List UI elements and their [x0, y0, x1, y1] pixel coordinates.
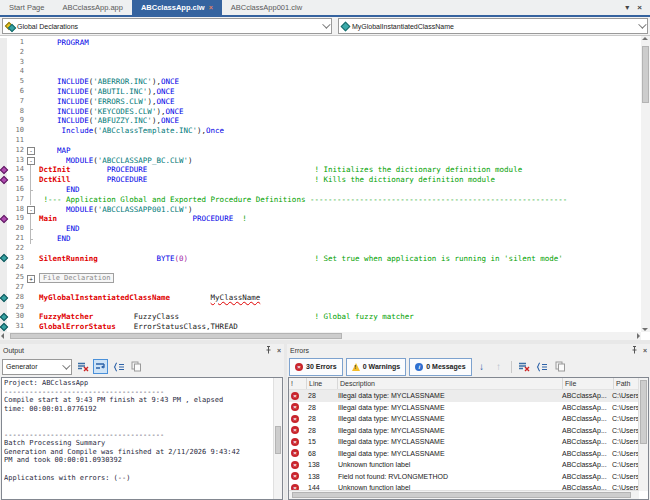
- tab-abcclassapp-app[interactable]: ABCclassApp.app: [53, 0, 131, 15]
- tab-bar-close-icon[interactable]: ×: [637, 3, 642, 12]
- column-header-line[interactable]: Line: [307, 378, 338, 389]
- code-line[interactable]: 16 END: [0, 185, 641, 195]
- column-header-path[interactable]: Path: [614, 378, 639, 389]
- scrollbar-thumb[interactable]: [640, 380, 647, 444]
- column-header-file[interactable]: File: [563, 378, 614, 389]
- errors-list[interactable]: !LineDescriptionFilePath ×28Illegal data…: [288, 377, 649, 500]
- scrollbar-thumb[interactable]: [292, 492, 631, 498]
- errors-horizontal-scrollbar[interactable]: [289, 490, 639, 499]
- copy-errors-button[interactable]: [553, 359, 568, 374]
- code-line[interactable]: 3: [0, 58, 641, 68]
- errors-filter-button[interactable]: × 30 Errors: [289, 358, 343, 376]
- output-vertical-scrollbar[interactable]: [273, 378, 282, 499]
- code-editor[interactable]: 1 PROGRAM2345 INCLUDE('ABERROR.INC'),ONC…: [0, 35, 650, 340]
- section-combobox[interactable]: Global Declarations: [2, 18, 332, 34]
- code-line[interactable]: 27: [0, 283, 641, 293]
- code-line[interactable]: 12- MAP: [0, 146, 641, 156]
- code-line[interactable]: 28MyGlobalInstantiatedClassName MyClassN…: [0, 293, 641, 303]
- code-line[interactable]: 30FuzzyMatcher FuzzyClass ! Global fuzzy…: [0, 312, 641, 322]
- warnings-filter-button[interactable]: 0 Warnings: [346, 358, 406, 376]
- error-row[interactable]: ×138Unknown function labelABCclassAp...C…: [289, 459, 639, 471]
- scrollbar-thumb[interactable]: [275, 426, 281, 454]
- error-row[interactable]: ×68Illegal data type: MYCLASSNAMEABCclas…: [289, 448, 639, 460]
- code-line[interactable]: 6 INCLUDE('ABUTIL.INC'),ONCE: [0, 87, 641, 97]
- scroll-down-icon[interactable]: [642, 328, 648, 331]
- messages-filter-button[interactable]: i 0 Messages: [409, 358, 471, 376]
- member-combobox[interactable]: MyGlobalInstantiatedClassName: [338, 18, 648, 34]
- scroll-left-icon[interactable]: [1, 333, 4, 339]
- scroll-right-icon[interactable]: [637, 333, 640, 339]
- marker-gutter: [0, 136, 7, 146]
- code-line[interactable]: 23SilentRunning BYTE(0) ! Set true when …: [0, 254, 641, 264]
- pin-icon[interactable]: [631, 346, 638, 354]
- tab-abcclassapp001-clw[interactable]: ABCclassApp001.clw: [222, 0, 311, 15]
- fold-gutter: [26, 165, 35, 175]
- code-line[interactable]: 22: [0, 244, 641, 254]
- next-error-button[interactable]: ↓: [475, 361, 489, 372]
- output-console[interactable]: Project: ABCclassApp--------------------…: [1, 377, 283, 500]
- code-line[interactable]: 10 Include('ABCclassTemplate.INC'),Once: [0, 126, 641, 136]
- code-line[interactable]: 1 PROGRAM: [0, 38, 641, 48]
- column-header-[interactable]: !: [289, 378, 307, 389]
- tab-abcclassapp-clw[interactable]: ABCclassApp.clw×: [132, 0, 222, 15]
- error-line-cell: 28: [306, 425, 336, 437]
- error-row[interactable]: ×15Illegal data type: MYCLASSNAMEABCclas…: [289, 436, 639, 448]
- fold-toggle-icon[interactable]: -: [27, 206, 35, 214]
- chevron-down-icon[interactable]: [322, 20, 330, 28]
- errors-table-header[interactable]: !LineDescriptionFilePath: [289, 378, 639, 390]
- scrollbar-thumb[interactable]: [642, 46, 649, 103]
- error-row[interactable]: ×28Illegal data type: MYCLASSNAMEABCclas…: [289, 425, 639, 437]
- tab-close-icon[interactable]: ×: [209, 0, 213, 15]
- code-line[interactable]: 7 INCLUDE('ERRORS.CLW'),ONCE: [0, 97, 641, 107]
- code-text: [35, 283, 641, 293]
- errors-list-button[interactable]: [535, 359, 550, 374]
- editor-horizontal-scrollbar[interactable]: [0, 332, 641, 340]
- tab-list-dropdown-icon[interactable]: ▾: [625, 3, 629, 12]
- code-line[interactable]: 15DctKill PROCEDURE ! Kills the dictiona…: [0, 175, 641, 185]
- column-header-description[interactable]: Description: [338, 378, 563, 389]
- error-row[interactable]: ×138Field not found: RVLONGMETHODABCclas…: [289, 471, 639, 483]
- toggle-wordwrap-button[interactable]: [93, 359, 108, 374]
- code-line[interactable]: 11: [0, 136, 641, 146]
- output-source-combobox[interactable]: Generator: [2, 359, 72, 375]
- error-row[interactable]: ×28Illegal data type: MYCLASSNAMEABCclas…: [289, 413, 639, 425]
- code-line[interactable]: 18- MODULE('ABCCLASSAPP001.CLW'): [0, 205, 641, 215]
- output-list-button[interactable]: [111, 359, 126, 374]
- close-icon[interactable]: ×: [643, 347, 647, 354]
- code-line[interactable]: 13- MODULE('ABCCLASSAPP_BC.CLW'): [0, 156, 641, 166]
- scroll-up-icon[interactable]: [642, 37, 648, 40]
- clear-output-button[interactable]: [75, 359, 90, 374]
- error-row[interactable]: ×28Illegal data type: MYCLASSNAMEABCclas…: [289, 402, 639, 414]
- previous-error-button[interactable]: ↑: [492, 361, 506, 372]
- code-text: DctInit PROCEDURE ! Initializes the dict…: [35, 165, 641, 175]
- code-line[interactable]: 21 END: [0, 234, 641, 244]
- code-line[interactable]: 29: [0, 303, 641, 313]
- pin-icon[interactable]: [265, 346, 272, 354]
- marker-gutter: [0, 322, 7, 332]
- code-line[interactable]: 25+File Declaration: [0, 273, 641, 283]
- code-line[interactable]: 19Main PROCEDURE !: [0, 214, 641, 224]
- close-icon[interactable]: ×: [277, 347, 281, 354]
- fold-toggle-icon[interactable]: -: [27, 147, 35, 155]
- editor-vertical-scrollbar[interactable]: [641, 36, 650, 332]
- code-line[interactable]: 20 END: [0, 224, 641, 234]
- code-line[interactable]: 5 INCLUDE('ABERROR.INC'),ONCE: [0, 77, 641, 87]
- clear-errors-button[interactable]: [517, 359, 532, 374]
- error-row[interactable]: ×28Illegal data type: MYCLASSNAMEABCclas…: [289, 390, 639, 402]
- copy-output-button[interactable]: [129, 359, 144, 374]
- code-line[interactable]: 31GlobalErrorStatus ErrorStatusClass,THR…: [0, 322, 641, 332]
- code-line[interactable]: 8 INCLUDE('KEYCODES.CLW'),ONCE: [0, 107, 641, 117]
- scrollbar-thumb[interactable]: [10, 333, 342, 339]
- errors-vertical-scrollbar[interactable]: [638, 378, 648, 491]
- code-line[interactable]: 2: [0, 48, 641, 58]
- code-line[interactable]: 14DctInit PROCEDURE ! Initializes the di…: [0, 165, 641, 175]
- fold-toggle-icon[interactable]: -: [27, 157, 35, 165]
- chevron-down-icon[interactable]: [62, 361, 70, 369]
- fold-toggle-icon[interactable]: +: [27, 275, 35, 283]
- code-line[interactable]: 9 INCLUDE('ABFUZZY.INC'),ONCE: [0, 116, 641, 126]
- code-line[interactable]: 17 !--- Application Global and Exported …: [0, 195, 641, 205]
- code-line[interactable]: 24: [0, 263, 641, 273]
- code-line[interactable]: 4: [0, 67, 641, 77]
- chevron-down-icon[interactable]: [638, 20, 646, 28]
- tab-start-page[interactable]: Start Page: [0, 0, 53, 15]
